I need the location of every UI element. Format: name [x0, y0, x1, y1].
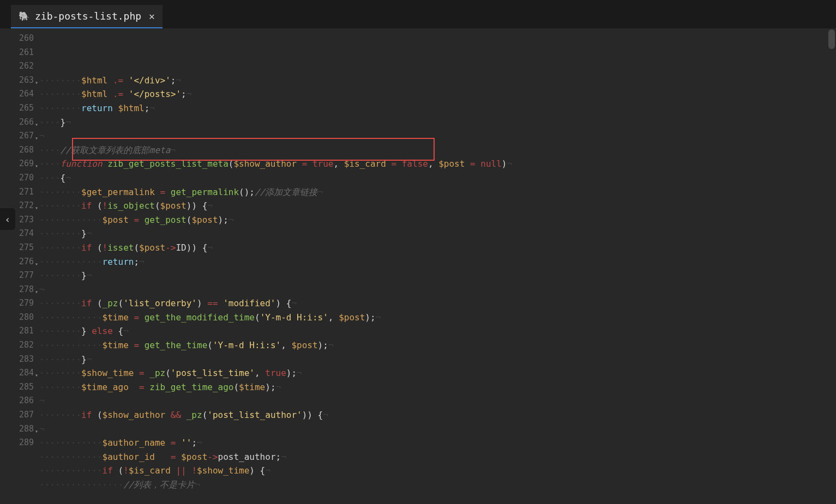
token-var: $is_card	[129, 465, 171, 476]
code-line[interactable]: ········$get_permalink = get_permalink()…	[39, 185, 836, 199]
code-line[interactable]: ¬	[39, 394, 836, 408]
fold-marker-icon[interactable]: ▾	[35, 201, 38, 215]
token-bool: true	[312, 159, 334, 169]
token-op: !	[123, 465, 129, 476]
token-plain: )	[502, 159, 507, 169]
tab-active[interactable]: 🐘 zib-posts-list.php ✕	[11, 5, 163, 28]
token-ws: ············	[39, 340, 103, 350]
token-ws: ············	[39, 452, 103, 462]
token-plain: }	[81, 326, 92, 336]
vertical-scrollbar[interactable]	[828, 28, 835, 355]
token-plain	[155, 187, 160, 197]
fold-marker-icon[interactable]: ▾	[35, 76, 38, 90]
token-func: get_the_time	[145, 340, 208, 350]
token-kw-storage: function	[61, 159, 103, 169]
code-line[interactable]: ················//列表，不是卡片¬	[39, 478, 836, 492]
token-plain: );	[318, 340, 328, 350]
token-plain: (	[92, 410, 102, 420]
code-line[interactable]: ············$post = get_post($post);¬	[39, 213, 836, 227]
token-plain: (	[113, 465, 123, 476]
token-ws: ¬	[207, 201, 213, 211]
code-line[interactable]: ····//获取文章列表的底部meta¬	[39, 143, 836, 157]
token-bool: true	[265, 368, 286, 378]
token-str: 'modified'	[223, 298, 275, 308]
token-ws: ········	[39, 382, 81, 392]
code-line[interactable]: ············$time = get_the_time('Y-m-d …	[39, 338, 836, 353]
code-line[interactable]: ········} else {¬	[39, 324, 836, 338]
fold-marker-icon[interactable]: ▾	[35, 285, 38, 299]
token-ws: ¬	[281, 452, 286, 462]
token-plain	[107, 75, 113, 86]
token-plain: )) {	[302, 410, 323, 420]
code-line[interactable]: ····}¬	[39, 116, 836, 130]
token-var: $get_permalink	[81, 187, 155, 197]
token-plain: ;	[145, 103, 150, 113]
code-line[interactable]: ········$time_ago = zib_get_time_ago($ti…	[39, 380, 836, 394]
code-line[interactable]: ········}¬	[39, 269, 836, 283]
code-line[interactable]: ········$html .= '</div>';¬	[39, 74, 836, 88]
token-plain: ,	[328, 312, 339, 323]
line-number: 277	[0, 269, 34, 283]
token-var: $post	[139, 242, 165, 253]
line-number: 265	[0, 101, 34, 116]
fold-marker-icon[interactable]: ▾	[35, 368, 38, 382]
fold-marker-icon[interactable]: ▾	[35, 257, 38, 271]
fold-marker-icon[interactable]: ▾	[35, 159, 38, 173]
code-line[interactable]: ¬	[39, 422, 836, 436]
code-line[interactable]: ········if (!is_object($post)) {¬	[39, 199, 836, 213]
scrollbar-thumb[interactable]	[828, 29, 835, 49]
token-var: $post	[339, 312, 365, 323]
token-ws: ····	[39, 117, 61, 127]
token-plain	[476, 159, 481, 169]
code-line[interactable]: ············return;¬	[39, 255, 836, 269]
token-op: !	[103, 201, 108, 211]
code-area[interactable]: ········$html .= '</div>';¬········$html…	[39, 28, 836, 504]
token-plain: (	[207, 340, 213, 350]
token-plain: );	[265, 382, 275, 392]
panel-handle[interactable]: ‹	[0, 208, 15, 230]
token-plain: }	[81, 228, 87, 239]
token-op: =	[139, 368, 145, 378]
token-plain: }	[81, 354, 87, 365]
token-plain	[139, 312, 145, 323]
code-line[interactable]: ········$html .= '</posts>';¬	[39, 87, 836, 101]
fold-marker-icon[interactable]: ▾	[35, 424, 38, 439]
line-number: 282	[0, 338, 34, 353]
token-plain: );	[286, 368, 297, 378]
code-line[interactable]: ········if ($show_author && _pz('post_li…	[39, 408, 836, 422]
token-ws: ············	[39, 257, 103, 267]
code-line[interactable]: ············$author_id = $post->post_aut…	[39, 450, 836, 464]
code-line[interactable]: ········}¬	[39, 227, 836, 241]
token-ws: ········	[39, 368, 81, 378]
code-line[interactable]: ············$author_name = '';¬	[39, 436, 836, 450]
code-line[interactable]: ····function zib_get_posts_list_meta($sh…	[39, 157, 836, 171]
line-number: 266▾	[0, 116, 34, 130]
code-line[interactable]: ¬	[39, 129, 836, 143]
token-var: $time	[103, 340, 129, 350]
code-line[interactable]: ¬	[39, 283, 836, 297]
code-line[interactable]: ········return $html;¬	[39, 101, 836, 116]
line-number: 260	[0, 32, 34, 46]
token-plain	[107, 89, 113, 99]
code-line[interactable]: ············$time = get_the_modified_tim…	[39, 311, 836, 325]
fold-marker-icon[interactable]: ▾	[35, 131, 38, 145]
fold-marker-icon[interactable]: ▾	[35, 118, 38, 132]
token-var: $show_time	[197, 465, 249, 476]
token-plain: ;	[191, 438, 197, 448]
token-plain: ) {	[276, 298, 292, 308]
code-line[interactable]: ········if (!isset($post->ID)) {¬	[39, 241, 836, 255]
code-line[interactable]: ········if (_pz('list_orderby') == 'modi…	[39, 296, 836, 311]
code-line[interactable]: ············if (!$is_card || !$show_time…	[39, 464, 836, 478]
token-str: '</posts>'	[129, 89, 181, 99]
token-plain	[176, 452, 181, 462]
token-var: $post	[181, 452, 207, 462]
line-number: 288▾	[0, 422, 34, 436]
token-str: 'list_orderby'	[123, 298, 197, 308]
code-line[interactable]: ········}¬	[39, 353, 836, 367]
token-bool: false	[402, 159, 428, 169]
close-icon[interactable]: ✕	[149, 10, 155, 22]
token-plain: ,	[428, 159, 438, 169]
token-var: $show_author	[233, 159, 297, 169]
code-line[interactable]: ····{¬	[39, 171, 836, 185]
code-line[interactable]: ········$show_time = _pz('post_list_time…	[39, 366, 836, 380]
